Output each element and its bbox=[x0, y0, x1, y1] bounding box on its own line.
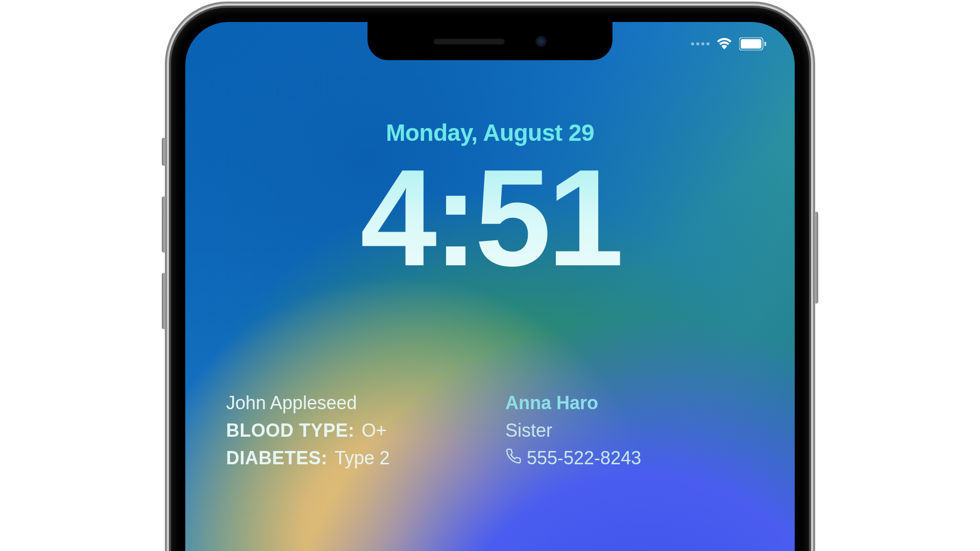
lock-widgets-row: John Appleseed BLOOD TYPE: O+ DIABETES: … bbox=[226, 389, 754, 472]
owner-name: John Appleseed bbox=[226, 389, 475, 417]
display-notch bbox=[368, 22, 612, 60]
front-camera bbox=[535, 36, 547, 47]
blood-type-row: BLOOD TYPE: O+ bbox=[226, 417, 475, 444]
contact-phone-row[interactable]: 555-522-8243 bbox=[505, 444, 754, 472]
emergency-contact-widget[interactable]: Anna Haro Sister 555-522-8243 bbox=[505, 389, 754, 472]
earpiece-speaker bbox=[433, 38, 505, 44]
contact-relationship: Sister bbox=[505, 417, 754, 444]
volume-up-button[interactable] bbox=[162, 196, 167, 253]
volume-down-button[interactable] bbox=[162, 273, 167, 329]
condition-row: DIABETES: Type 2 bbox=[226, 444, 475, 472]
medical-id-widget[interactable]: John Appleseed BLOOD TYPE: O+ DIABETES: … bbox=[226, 389, 475, 472]
condition-value: Type 2 bbox=[335, 444, 390, 472]
side-power-button[interactable] bbox=[813, 212, 818, 304]
lock-screen[interactable]: Monday, August 29 4:51 John Appleseed BL… bbox=[185, 22, 795, 551]
phone-icon bbox=[505, 444, 522, 472]
contact-phone-number: 555-522-8243 bbox=[527, 444, 641, 472]
lock-clock-area: Monday, August 29 4:51 bbox=[185, 119, 795, 287]
condition-label: DIABETES: bbox=[226, 444, 328, 472]
lock-time: 4:51 bbox=[185, 149, 795, 287]
wifi-icon bbox=[716, 36, 733, 52]
blood-type-value: O+ bbox=[362, 417, 387, 444]
contact-name: Anna Haro bbox=[505, 389, 754, 417]
mute-switch[interactable] bbox=[162, 138, 167, 166]
status-bar bbox=[691, 36, 767, 52]
svg-rect-1 bbox=[741, 39, 761, 49]
phone-device-frame: Monday, August 29 4:51 John Appleseed BL… bbox=[171, 8, 809, 551]
battery-icon bbox=[739, 37, 767, 51]
cellular-signal-icon bbox=[691, 42, 709, 45]
svg-rect-2 bbox=[765, 42, 767, 46]
blood-type-label: BLOOD TYPE: bbox=[226, 417, 355, 444]
